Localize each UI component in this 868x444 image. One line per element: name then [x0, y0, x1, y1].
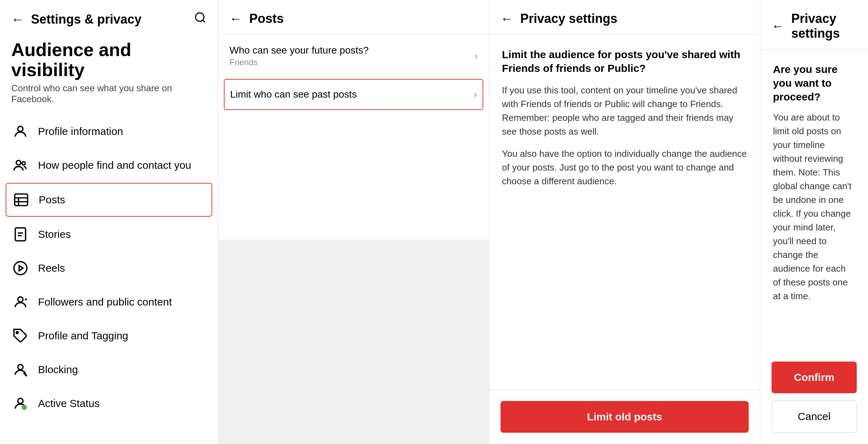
sidebar-back-arrow[interactable]: ← [11, 12, 24, 27]
sidebar-panel: ← Settings & privacy Audience and visibi… [0, 0, 218, 444]
posts-back-arrow[interactable]: ← [229, 11, 242, 26]
limit-old-posts-button[interactable]: Limit old posts [501, 401, 749, 433]
stories-icon [11, 225, 30, 243]
svg-line-19 [24, 373, 27, 376]
tagging-icon [11, 327, 30, 345]
svg-point-14 [18, 297, 23, 302]
posts-list: Who can see your future posts? Friends ›… [218, 35, 489, 240]
privacy-panel: ← Privacy settings Limit the audience fo… [489, 0, 760, 444]
svg-point-20 [18, 399, 23, 404]
sidebar-item-label: How people find and contact you [38, 159, 191, 171]
privacy-heading: Limit the audience for posts you've shar… [502, 48, 747, 75]
future-posts-title: Who can see your future posts? [229, 45, 474, 56]
privacy-panel-content: Limit the audience for posts you've shar… [489, 35, 760, 389]
svg-rect-5 [15, 194, 28, 206]
chevron-right-icon: › [474, 89, 477, 100]
svg-point-18 [18, 365, 23, 370]
sidebar-nav: Profile information How people find and … [0, 115, 218, 438]
sidebar-title: Settings & privacy [31, 12, 141, 27]
privacy-back-arrow[interactable]: ← [501, 11, 513, 26]
privacy-paragraph-2: You also have the option to individually… [502, 147, 747, 188]
svg-rect-9 [15, 228, 25, 241]
svg-point-21 [23, 406, 26, 409]
sidebar-main-heading: Audience and visibility [11, 40, 207, 80]
past-posts-content: Limit who can see past posts [230, 89, 474, 100]
posts-panel: ← Posts Who can see your future posts? F… [218, 0, 489, 444]
sidebar-item-label: Stories [38, 228, 71, 240]
confirm-back-arrow[interactable]: ← [772, 19, 784, 33]
sidebar-item-label: Blocking [38, 364, 78, 376]
past-posts-title: Limit who can see past posts [230, 89, 474, 100]
sidebar-item-how-people-find[interactable]: How people find and contact you [0, 148, 218, 182]
posts-icon [12, 191, 30, 209]
sidebar-item-profile-information[interactable]: Profile information [0, 115, 218, 148]
active-status-icon [11, 394, 30, 413]
sidebar-heading: Audience and visibility Control who can … [0, 33, 218, 107]
future-posts-subtitle: Friends [229, 57, 474, 67]
followers-icon [11, 293, 30, 311]
chevron-right-icon: › [474, 50, 478, 62]
past-posts-item[interactable]: Limit who can see past posts › [224, 79, 483, 110]
svg-point-17 [16, 332, 18, 334]
sidebar-item-stories[interactable]: Stories [0, 217, 218, 251]
sidebar-item-profile-tagging[interactable]: Profile and Tagging [0, 319, 218, 353]
sidebar-item-blocking[interactable]: Blocking [0, 353, 218, 387]
sidebar-item-label: Reels [38, 262, 65, 274]
confirm-heading: Are you sure you want to proceed? [773, 62, 855, 104]
sidebar-item-reels[interactable]: Reels [0, 251, 218, 285]
sidebar-item-label: Profile information [38, 125, 123, 137]
future-posts-content: Who can see your future posts? Friends [229, 45, 474, 67]
sidebar-item-label: Profile and Tagging [38, 330, 128, 342]
posts-panel-header: ← Posts [218, 0, 489, 35]
posts-gray-area [218, 240, 489, 444]
svg-point-12 [14, 262, 27, 275]
privacy-paragraph-1: If you use this tool, content on your ti… [502, 84, 747, 138]
privacy-panel-footer: Limit old posts [489, 389, 760, 444]
sidebar-item-label: Posts [39, 194, 65, 206]
posts-panel-title: Posts [249, 11, 284, 26]
people-icon [11, 156, 30, 174]
reels-icon [11, 259, 30, 277]
sidebar-item-label: Followers and public content [38, 296, 172, 308]
profile-icon [11, 122, 30, 141]
sidebar-item-active-status[interactable]: Active Status [0, 387, 218, 420]
blocking-icon [11, 360, 30, 379]
confirm-panel-content: Are you sure you want to proceed? You ar… [760, 50, 868, 350]
sidebar-item-posts[interactable]: Posts [6, 183, 212, 217]
confirm-panel-title: Privacy settings [791, 11, 857, 41]
svg-point-2 [18, 127, 23, 132]
svg-line-1 [203, 20, 205, 23]
cancel-button[interactable]: Cancel [772, 400, 857, 433]
confirm-panel: ← Privacy settings Are you sure you want… [760, 0, 868, 444]
svg-point-0 [196, 13, 204, 21]
confirm-body: You are about to limit old posts on your… [773, 111, 855, 303]
search-icon[interactable] [194, 11, 207, 27]
sidebar-subheading: Control who can see what you share on Fa… [11, 83, 207, 105]
svg-marker-13 [19, 266, 23, 271]
privacy-panel-title: Privacy settings [520, 11, 617, 26]
sidebar-divider [0, 441, 218, 441]
confirm-button[interactable]: Confirm [772, 362, 857, 393]
sidebar-item-followers[interactable]: Followers and public content [0, 285, 218, 319]
privacy-panel-header: ← Privacy settings [489, 0, 760, 35]
sidebar-item-label: Active Status [38, 397, 100, 409]
svg-point-3 [16, 161, 21, 165]
svg-point-4 [22, 162, 25, 165]
sidebar-header: ← Settings & privacy [0, 0, 218, 33]
confirm-panel-footer: Confirm Cancel [760, 350, 868, 444]
future-posts-item[interactable]: Who can see your future posts? Friends › [218, 35, 489, 78]
confirm-panel-header: ← Privacy settings [760, 0, 868, 50]
